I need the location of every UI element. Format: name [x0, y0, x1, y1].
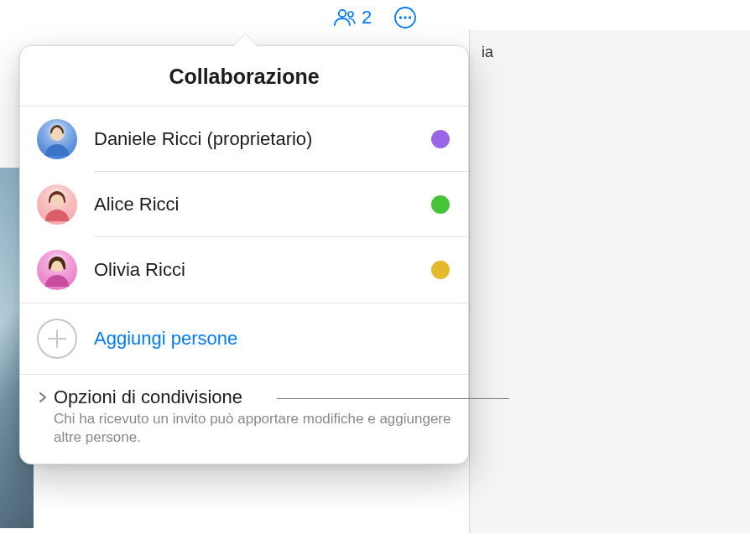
svg-point-3	[399, 16, 402, 18]
avatar	[37, 250, 77, 290]
svg-point-5	[409, 16, 411, 18]
popover-title: Collaborazione	[20, 46, 468, 106]
plus-circle-icon	[37, 319, 77, 359]
collaboration-popover: Collaborazione Daniele Ricci (proprietar…	[19, 45, 469, 464]
status-dot	[431, 261, 450, 279]
sharing-options-description: Chi ha ricevuto un invito può apportare …	[37, 408, 451, 447]
chevron-right-icon	[37, 391, 49, 403]
svg-point-4	[404, 16, 406, 18]
bg-sidebar-text: ia	[482, 44, 493, 60]
participant-name: Olivia Ricci	[94, 259, 414, 281]
ellipsis-circle-icon	[393, 6, 417, 29]
add-people-label: Aggiungi persone	[94, 328, 237, 350]
more-button[interactable]	[393, 6, 417, 29]
toolbar: 2	[0, 0, 750, 30]
collaboration-button[interactable]: 2	[333, 7, 372, 29]
status-dot	[431, 195, 450, 214]
callout-line	[277, 398, 509, 399]
svg-point-1	[348, 12, 353, 17]
sharing-options-row[interactable]: Opzioni di condivisione Chi ha ricevuto …	[20, 375, 468, 464]
participant-row[interactable]: Daniele Ricci (proprietario)	[20, 106, 468, 172]
add-people-button[interactable]: Aggiungi persone	[20, 303, 468, 374]
svg-point-0	[339, 10, 346, 17]
avatar	[37, 184, 77, 225]
background-sidebar: ia	[469, 30, 750, 533]
participant-row[interactable]: Olivia Ricci	[20, 237, 468, 303]
participant-count: 2	[362, 7, 372, 29]
participant-row[interactable]: Alice Ricci	[20, 172, 468, 237]
participant-name: Daniele Ricci (proprietario)	[94, 128, 414, 150]
people-icon	[333, 8, 357, 27]
avatar	[37, 119, 77, 159]
participant-name: Alice Ricci	[94, 194, 414, 215]
status-dot	[431, 130, 450, 148]
sharing-options-title: Opzioni di condivisione	[54, 386, 242, 408]
